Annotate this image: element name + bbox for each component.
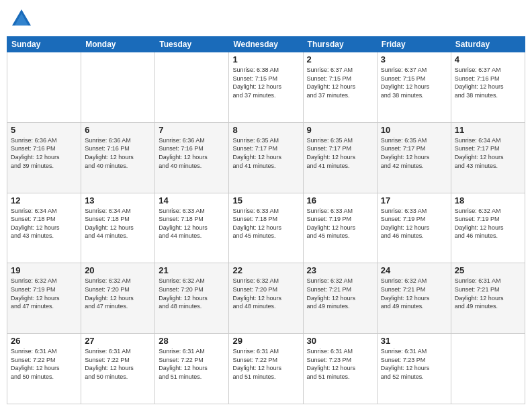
header [7,7,525,31]
calendar-cell: 13Sunrise: 6:34 AM Sunset: 7:18 PM Dayli… [81,193,155,263]
calendar-cell: 28Sunrise: 6:31 AM Sunset: 7:22 PM Dayli… [155,334,229,404]
calendar-cell: 9Sunrise: 6:35 AM Sunset: 7:17 PM Daylig… [303,122,377,193]
day-info: Sunrise: 6:36 AM Sunset: 7:16 PM Dayligh… [159,136,225,170]
calendar-cell: 27Sunrise: 6:31 AM Sunset: 7:22 PM Dayli… [81,334,155,404]
weekday-header-monday: Monday [81,37,155,52]
day-number: 11 [455,125,521,135]
week-row-2: 12Sunrise: 6:34 AM Sunset: 7:18 PM Dayli… [7,193,525,263]
day-info: Sunrise: 6:31 AM Sunset: 7:22 PM Dayligh… [232,347,299,381]
day-number: 16 [307,195,373,205]
day-info: Sunrise: 6:34 AM Sunset: 7:18 PM Dayligh… [11,207,77,240]
day-info: Sunrise: 6:31 AM Sunset: 7:22 PM Dayligh… [11,347,77,381]
weekday-header-saturday: Saturday [451,37,525,52]
week-row-3: 19Sunrise: 6:32 AM Sunset: 7:19 PM Dayli… [7,263,525,334]
day-number: 29 [232,336,299,346]
calendar-cell: 30Sunrise: 6:31 AM Sunset: 7:23 PM Dayli… [303,334,377,404]
day-number: 31 [381,336,447,346]
day-info: Sunrise: 6:35 AM Sunset: 7:17 PM Dayligh… [232,136,299,170]
day-info: Sunrise: 6:31 AM Sunset: 7:23 PM Dayligh… [307,347,373,381]
day-info: Sunrise: 6:31 AM Sunset: 7:23 PM Dayligh… [381,347,447,381]
calendar-cell: 21Sunrise: 6:32 AM Sunset: 7:20 PM Dayli… [155,263,229,334]
calendar-cell: 7Sunrise: 6:36 AM Sunset: 7:16 PM Daylig… [155,122,229,193]
day-number: 25 [455,265,521,275]
day-info: Sunrise: 6:31 AM Sunset: 7:22 PM Dayligh… [159,347,225,381]
day-number: 6 [85,125,151,135]
day-number: 10 [381,125,447,135]
day-number: 2 [307,54,373,64]
week-row-4: 26Sunrise: 6:31 AM Sunset: 7:22 PM Dayli… [7,334,525,404]
calendar-table: SundayMondayTuesdayWednesdayThursdayFrid… [7,36,525,404]
day-number: 1 [232,54,299,64]
week-row-1: 5Sunrise: 6:36 AM Sunset: 7:16 PM Daylig… [7,122,525,193]
day-number: 18 [455,195,521,205]
calendar-cell: 2Sunrise: 6:37 AM Sunset: 7:15 PM Daylig… [303,52,377,123]
day-number: 20 [85,265,151,275]
day-info: Sunrise: 6:33 AM Sunset: 7:18 PM Dayligh… [159,207,225,240]
calendar-cell: 8Sunrise: 6:35 AM Sunset: 7:17 PM Daylig… [229,122,303,193]
calendar-cell: 18Sunrise: 6:32 AM Sunset: 7:19 PM Dayli… [451,193,525,263]
calendar-cell [155,52,229,123]
day-info: Sunrise: 6:33 AM Sunset: 7:19 PM Dayligh… [307,207,373,240]
weekday-header-wednesday: Wednesday [229,37,303,52]
calendar-cell: 15Sunrise: 6:33 AM Sunset: 7:18 PM Dayli… [229,193,303,263]
day-number: 26 [11,336,77,346]
calendar-cell: 16Sunrise: 6:33 AM Sunset: 7:19 PM Dayli… [303,193,377,263]
day-number: 17 [381,195,447,205]
day-info: Sunrise: 6:37 AM Sunset: 7:15 PM Dayligh… [381,66,447,99]
day-number: 15 [232,195,299,205]
day-number: 22 [232,265,299,275]
day-info: Sunrise: 6:38 AM Sunset: 7:15 PM Dayligh… [232,66,299,99]
day-info: Sunrise: 6:32 AM Sunset: 7:21 PM Dayligh… [307,277,373,310]
day-number: 28 [159,336,225,346]
calendar-cell: 11Sunrise: 6:34 AM Sunset: 7:17 PM Dayli… [451,122,525,193]
calendar-cell [81,52,155,123]
calendar-cell: 23Sunrise: 6:32 AM Sunset: 7:21 PM Dayli… [303,263,377,334]
calendar-cell: 31Sunrise: 6:31 AM Sunset: 7:23 PM Dayli… [377,334,451,404]
day-info: Sunrise: 6:32 AM Sunset: 7:19 PM Dayligh… [11,277,77,310]
weekday-header-row: SundayMondayTuesdayWednesdayThursdayFrid… [7,37,525,52]
calendar-cell: 17Sunrise: 6:33 AM Sunset: 7:19 PM Dayli… [377,193,451,263]
page: SundayMondayTuesdayWednesdayThursdayFrid… [0,0,532,411]
calendar-cell: 19Sunrise: 6:32 AM Sunset: 7:19 PM Dayli… [7,263,81,334]
day-info: Sunrise: 6:35 AM Sunset: 7:17 PM Dayligh… [307,136,373,170]
day-info: Sunrise: 6:31 AM Sunset: 7:22 PM Dayligh… [85,347,151,381]
day-info: Sunrise: 6:36 AM Sunset: 7:16 PM Dayligh… [85,136,151,170]
calendar-cell: 14Sunrise: 6:33 AM Sunset: 7:18 PM Dayli… [155,193,229,263]
calendar-cell: 10Sunrise: 6:35 AM Sunset: 7:17 PM Dayli… [377,122,451,193]
calendar-cell: 24Sunrise: 6:32 AM Sunset: 7:21 PM Dayli… [377,263,451,334]
calendar-cell: 12Sunrise: 6:34 AM Sunset: 7:18 PM Dayli… [7,193,81,263]
weekday-header-sunday: Sunday [7,37,81,52]
day-number: 27 [85,336,151,346]
day-number: 8 [232,125,299,135]
day-number: 5 [11,125,77,135]
day-number: 3 [381,54,447,64]
day-info: Sunrise: 6:33 AM Sunset: 7:19 PM Dayligh… [381,207,447,240]
day-number: 24 [381,265,447,275]
calendar-cell [7,52,81,123]
day-info: Sunrise: 6:37 AM Sunset: 7:16 PM Dayligh… [455,66,521,99]
day-number: 30 [307,336,373,346]
logo [7,7,34,31]
day-info: Sunrise: 6:32 AM Sunset: 7:20 PM Dayligh… [159,277,225,310]
day-info: Sunrise: 6:34 AM Sunset: 7:17 PM Dayligh… [455,136,521,170]
day-info: Sunrise: 6:32 AM Sunset: 7:21 PM Dayligh… [381,277,447,310]
calendar-cell: 25Sunrise: 6:31 AM Sunset: 7:21 PM Dayli… [451,263,525,334]
calendar-cell: 3Sunrise: 6:37 AM Sunset: 7:15 PM Daylig… [377,52,451,123]
calendar-cell: 5Sunrise: 6:36 AM Sunset: 7:16 PM Daylig… [7,122,81,193]
day-number: 13 [85,195,151,205]
calendar-cell: 22Sunrise: 6:32 AM Sunset: 7:20 PM Dayli… [229,263,303,334]
calendar-cell: 26Sunrise: 6:31 AM Sunset: 7:22 PM Dayli… [7,334,81,404]
weekday-header-thursday: Thursday [303,37,377,52]
day-info: Sunrise: 6:32 AM Sunset: 7:20 PM Dayligh… [232,277,299,310]
day-number: 21 [159,265,225,275]
calendar-cell: 4Sunrise: 6:37 AM Sunset: 7:16 PM Daylig… [451,52,525,123]
day-number: 19 [11,265,77,275]
calendar-cell: 1Sunrise: 6:38 AM Sunset: 7:15 PM Daylig… [229,52,303,123]
day-info: Sunrise: 6:36 AM Sunset: 7:16 PM Dayligh… [11,136,77,170]
day-number: 7 [159,125,225,135]
day-info: Sunrise: 6:33 AM Sunset: 7:18 PM Dayligh… [232,207,299,240]
calendar-cell: 20Sunrise: 6:32 AM Sunset: 7:20 PM Dayli… [81,263,155,334]
logo-icon [9,7,34,31]
calendar-cell [451,334,525,404]
day-info: Sunrise: 6:37 AM Sunset: 7:15 PM Dayligh… [307,66,373,99]
